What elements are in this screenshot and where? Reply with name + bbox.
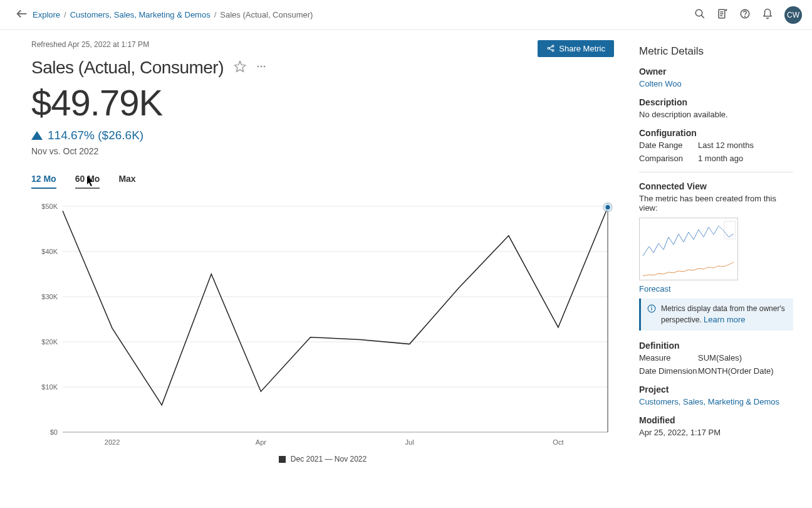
tab-max[interactable]: Max [118, 174, 135, 189]
modified-label: Modified [639, 415, 793, 425]
date-range-key: Date Range [639, 140, 698, 150]
info-icon [647, 304, 656, 325]
svg-text:Jul: Jul [405, 438, 414, 446]
modified-value: Apr 25, 2022, 1:17 PM [639, 428, 793, 437]
svg-text:Oct: Oct [553, 438, 563, 446]
breadcrumb-sep: / [64, 10, 66, 19]
connected-view-label: Connected View [639, 181, 793, 191]
svg-point-19 [264, 66, 266, 68]
top-icons: CW [694, 6, 802, 24]
owner-link[interactable]: Colten Woo [639, 79, 793, 88]
change-text: 114.67% ($26.6K) [48, 129, 143, 142]
svg-point-38 [605, 204, 611, 210]
share-metric-button[interactable]: Share Metric [538, 40, 614, 57]
project-label: Project [639, 384, 793, 394]
info-banner: Metrics display data from the owner's pe… [639, 299, 793, 331]
svg-text:$10K: $10K [41, 383, 58, 391]
metric-details-panel: Metric Details Owner Colten Woo Descript… [639, 40, 797, 463]
more-icon[interactable] [255, 60, 268, 75]
learn-more-link[interactable]: Learn more [704, 315, 745, 324]
svg-point-17 [258, 66, 259, 68]
avatar[interactable]: CW [784, 6, 802, 24]
trend-up-icon [31, 131, 43, 140]
breadcrumb-current: Sales (Actual, Consumer) [220, 10, 313, 19]
search-icon[interactable] [694, 8, 705, 22]
svg-point-18 [261, 66, 263, 68]
details-header: Metric Details [639, 45, 793, 58]
page-title: Sales (Actual, Consumer) [31, 58, 224, 78]
topbar: Explore / Customers, Sales, Marketing & … [0, 0, 812, 30]
description-label: Description [639, 97, 793, 107]
back-icon[interactable] [15, 7, 33, 23]
svg-line-14 [549, 46, 553, 48]
definition-label: Definition [639, 341, 793, 351]
share-metric-label: Share Metric [559, 44, 605, 53]
compare-label: Nov vs. Oct 2022 [31, 146, 614, 156]
time-range-tabs: 12 Mo 60 Mo Max [31, 174, 614, 189]
tab-60mo[interactable]: 60 Mo [75, 174, 100, 189]
breadcrumb: Explore / Customers, Sales, Marketing & … [33, 10, 313, 19]
favorite-icon[interactable] [234, 60, 246, 75]
comparison-key: Comparison [639, 154, 698, 163]
svg-line-2 [702, 15, 704, 18]
comparison-value: 1 month ago [698, 154, 743, 163]
svg-text:$20K: $20K [41, 338, 58, 346]
metric-chart[interactable]: $0$10K$20K$30K$40K$50K2022AprJulOct [31, 200, 614, 451]
breadcrumb-project[interactable]: Customers, Sales, Marketing & Demos [70, 10, 211, 19]
connected-view-text: The metric has been created from this vi… [639, 194, 793, 213]
divider [639, 172, 793, 172]
svg-point-42 [652, 307, 652, 307]
svg-text:2022: 2022 [105, 438, 120, 446]
measure-value: SUM(Sales) [698, 353, 742, 362]
breadcrumb-sep: / [214, 10, 217, 19]
chart-legend: Dec 2021 — Nov 2022 [31, 455, 614, 463]
configuration-label: Configuration [639, 128, 793, 138]
change-indicator: 114.67% ($26.6K) [31, 129, 614, 142]
notifications-icon[interactable] [762, 8, 773, 22]
tab-12mo[interactable]: 12 Mo [31, 174, 56, 189]
new-item-icon[interactable] [717, 8, 728, 22]
svg-point-10 [745, 16, 746, 16]
svg-text:$30K: $30K [41, 293, 58, 300]
help-icon[interactable] [739, 8, 751, 22]
connected-view-thumbnail[interactable] [639, 218, 738, 280]
svg-point-1 [695, 9, 702, 16]
forecast-link[interactable]: Forecast [639, 284, 793, 294]
share-icon [546, 44, 555, 53]
breadcrumb-explore[interactable]: Explore [33, 10, 60, 19]
legend-swatch [279, 456, 286, 463]
refreshed-label: Refreshed Apr 25, 2022 at 1:17 PM [31, 40, 149, 49]
svg-text:Apr: Apr [256, 438, 266, 446]
description-text: No description available. [639, 110, 793, 119]
date-dimension-key: Date Dimension [639, 366, 698, 376]
metric-value: $49.79K [31, 82, 614, 124]
svg-text:$0: $0 [50, 428, 58, 436]
date-range-value: Last 12 months [698, 140, 754, 150]
svg-line-15 [549, 49, 553, 50]
date-dimension-value: MONTH(Order Date) [698, 366, 774, 376]
legend-label: Dec 2021 — Nov 2022 [291, 455, 367, 463]
main-panel: Refreshed Apr 25, 2022 at 1:17 PM Share … [31, 40, 639, 463]
svg-text:$40K: $40K [41, 248, 58, 255]
owner-label: Owner [639, 66, 793, 77]
measure-key: Measure [639, 353, 698, 362]
project-link[interactable]: Customers, Sales, Marketing & Demos [639, 397, 793, 406]
svg-text:$50K: $50K [41, 203, 58, 210]
svg-marker-16 [235, 61, 246, 72]
